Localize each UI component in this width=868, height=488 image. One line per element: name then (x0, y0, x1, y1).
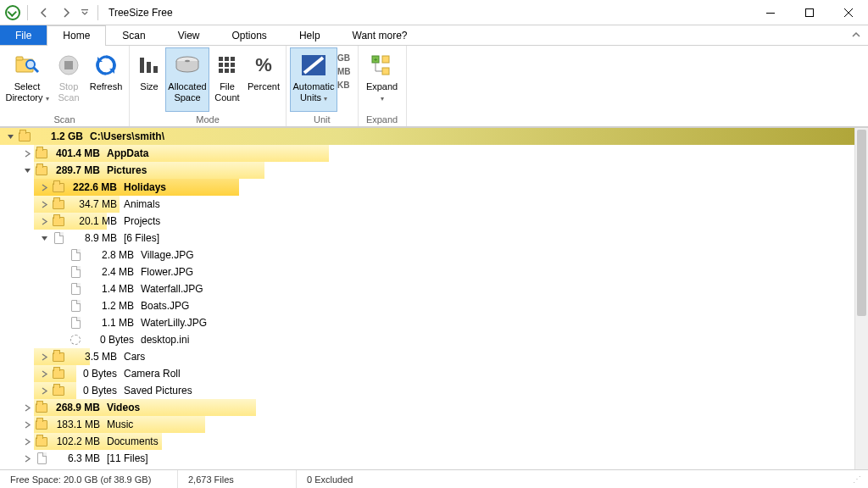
expand-toggle[interactable] (37, 350, 51, 363)
mode-percent-button[interactable]: % Percent (245, 47, 282, 112)
row-name: Holidays (122, 181, 166, 193)
expand-toggle[interactable] (37, 231, 51, 245)
svg-point-12 (185, 60, 190, 62)
expand-toggle[interactable] (20, 452, 34, 465)
window-minimize-button[interactable] (751, 0, 790, 25)
refresh-label: Refresh (90, 81, 123, 92)
tree-row[interactable]: 34.7 MBAnimals (0, 196, 854, 213)
folder-icon (34, 164, 49, 177)
tab-scan[interactable]: Scan (106, 25, 161, 45)
expand-toggle[interactable] (37, 197, 51, 211)
tab-file[interactable]: File (0, 25, 47, 45)
tree-row[interactable]: 222.6 MBHolidays (0, 179, 854, 196)
expand-toggle[interactable] (37, 384, 51, 397)
tree-row[interactable]: 2.4 MBFlower.JPG (0, 263, 854, 280)
tab-home[interactable]: Home (47, 25, 106, 45)
tree-row[interactable]: 183.1 MBMusic (0, 416, 854, 433)
svg-rect-0 (81, 9, 88, 10)
row-size: 289.7 MB (49, 164, 105, 176)
mode-size-button[interactable]: Size (133, 47, 165, 112)
row-size: 1.2 GB (32, 130, 88, 142)
svg-rect-15 (231, 57, 235, 61)
tab-want-more[interactable]: Want more? (337, 25, 424, 45)
unit-mb-button[interactable]: MB (337, 64, 351, 78)
resize-grip-icon[interactable]: ⋰ (853, 474, 868, 484)
file-icon (68, 316, 83, 330)
folder-icon (34, 147, 49, 160)
tree-row[interactable]: 1.1 MBWaterLilly.JPG (0, 314, 854, 331)
nav-back-button[interactable] (35, 3, 53, 22)
folder-icon (51, 350, 66, 363)
mode-percent-label: Percent (248, 81, 280, 92)
chevron-down-icon: ▾ (381, 95, 384, 103)
nav-forward-button[interactable] (57, 3, 75, 22)
mode-file-count-button[interactable]: File Count (209, 47, 245, 112)
unit-automatic-button[interactable]: Automatic Units ▾ (290, 47, 337, 112)
tree-row[interactable]: 1.2 GBC:\Users\smith\ (0, 128, 854, 145)
status-excluded: 0 Excluded (297, 470, 415, 488)
tab-options[interactable]: Options (216, 25, 283, 45)
expand-toggle (54, 282, 68, 296)
tree-row[interactable]: 289.7 MBPictures (0, 162, 854, 179)
row-size: 268.9 MB (49, 402, 105, 413)
expand-toggle[interactable] (20, 418, 34, 431)
unit-kb-button[interactable]: KB (337, 78, 351, 92)
row-size: 1.4 MB (83, 283, 139, 295)
file-icon (51, 231, 66, 245)
tree-row[interactable]: 2.8 MBVillage.JPG (0, 247, 854, 263)
file-icon (68, 248, 83, 262)
folder-icon (51, 367, 66, 380)
title-bar: TreeSize Free (0, 0, 868, 25)
tree-row[interactable]: 6.3 MB[11 Files] (0, 450, 854, 467)
tree-rows[interactable]: 1.2 GBC:\Users\smith\401.4 MBAppData289.… (0, 128, 854, 469)
tree-row[interactable]: 0 BytesSaved Pictures (0, 382, 854, 399)
expand-toggle[interactable] (37, 367, 51, 380)
ribbon: Select Directory ▾ Stop Scan Refresh Sca… (0, 46, 868, 127)
tree-row[interactable]: 1.2 MBBoats.JPG (0, 297, 854, 314)
tree-row[interactable]: 0 Bytesdesktop.ini (0, 331, 854, 348)
file-icon (34, 452, 49, 465)
folder-icon (34, 418, 49, 431)
svg-rect-13 (219, 57, 223, 61)
tab-help[interactable]: Help (283, 25, 337, 45)
ribbon-collapse-button[interactable] (844, 25, 868, 45)
expand-toggle[interactable] (37, 180, 51, 194)
expand-toggle[interactable] (37, 214, 51, 228)
row-size: 3.5 MB (66, 351, 122, 363)
tree-row[interactable]: 3.5 MBCars (0, 348, 854, 365)
scrollbar-thumb[interactable] (857, 130, 866, 316)
quick-access-dropdown[interactable] (79, 3, 91, 22)
row-size: 102.2 MB (49, 435, 105, 447)
unit-gb-button[interactable]: GB (337, 51, 351, 64)
window-maximize-button[interactable] (790, 0, 829, 25)
ribbon-group-scan: Select Directory ▾ Stop Scan Refresh Sca… (0, 46, 130, 126)
tab-view[interactable]: View (162, 25, 216, 45)
vertical-scrollbar[interactable] (854, 128, 868, 469)
refresh-button[interactable]: Refresh (86, 47, 125, 112)
row-name: Cars (122, 351, 145, 363)
tree-row[interactable]: 8.9 MB[6 Files] (0, 230, 854, 247)
expand-toggle[interactable] (20, 147, 34, 160)
chevron-down-icon: ▾ (324, 95, 327, 103)
window-title: TreeSize Free (108, 7, 173, 19)
expand-toggle[interactable] (20, 164, 34, 177)
tree-row[interactable]: 102.2 MBDocuments (0, 433, 854, 450)
tree-row[interactable]: 268.9 MBVideos (0, 399, 854, 416)
window-close-button[interactable] (829, 0, 868, 25)
row-size: 401.4 MB (49, 147, 105, 159)
expand-toggle[interactable] (20, 401, 34, 414)
tree-row[interactable]: 401.4 MBAppData (0, 145, 854, 162)
expand-toggle[interactable] (20, 435, 34, 448)
tree-row[interactable]: 0 BytesCamera Roll (0, 365, 854, 382)
tree-row[interactable]: 20.1 MBProjects (0, 213, 854, 230)
row-size: 6.3 MB (49, 452, 105, 464)
ribbon-group-unit: Automatic Units ▾ GB MB KB Unit (287, 46, 359, 126)
mode-allocated-button[interactable]: Allocated Space (165, 47, 209, 112)
ribbon-group-scan-label: Scan (3, 113, 125, 126)
svg-rect-18 (231, 63, 235, 67)
tree-row[interactable]: 1.4 MBWaterfall.JPG (0, 280, 854, 297)
stop-scan-button[interactable]: Stop Scan (51, 47, 86, 112)
expand-toggle[interactable] (3, 130, 17, 143)
expand-button[interactable]: + Expand▾ (362, 47, 403, 112)
select-directory-button[interactable]: Select Directory ▾ (3, 47, 51, 112)
